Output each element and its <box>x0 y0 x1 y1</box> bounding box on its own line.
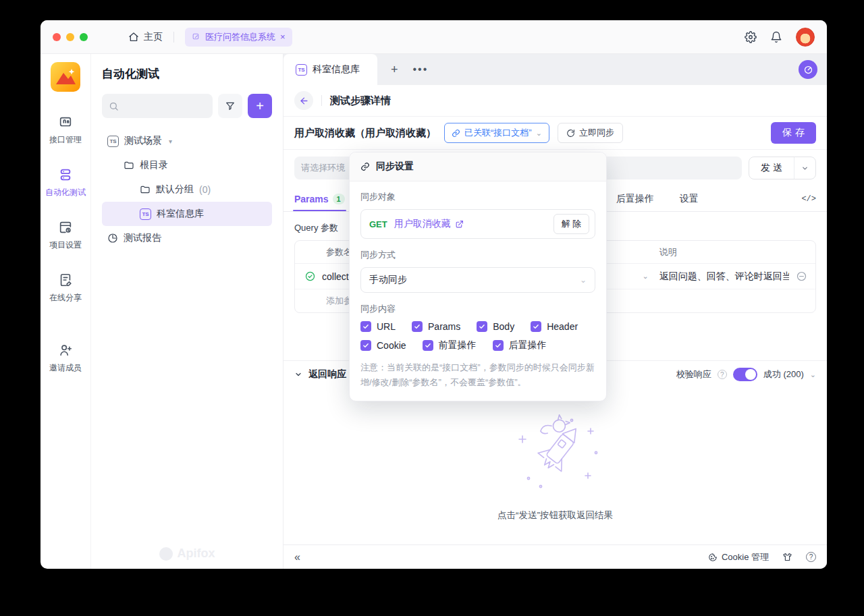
tab-overflow-button[interactable]: ••• <box>413 63 429 76</box>
step-header-row: 用户取消收藏（用户取消收藏） 已关联“接口文档” ⌄ 立即同步 <box>284 117 827 150</box>
project-tab-close-icon[interactable]: × <box>280 32 286 42</box>
search-input[interactable] <box>102 94 213 118</box>
checkbox-pre-actions[interactable]: 前置操作 <box>423 339 477 352</box>
sync-now-button[interactable]: 立即同步 <box>558 123 623 143</box>
project-icon <box>192 32 200 41</box>
sidebar-item-label: 在线分享 <box>49 292 82 304</box>
empty-state-hint: 点击“发送”按钮获取返回结果 <box>497 509 613 522</box>
tree-node-test-report[interactable]: 测试报告 <box>102 226 272 250</box>
checkbox-params[interactable]: Params <box>412 321 460 332</box>
sidebar-item-label: 自动化测试 <box>45 187 86 198</box>
tree-node-department-library[interactable]: TS 科室信息库 <box>102 202 272 226</box>
tree-node-root-dir[interactable]: 根目录 <box>102 153 272 177</box>
ts-scenario-icon: TS <box>296 64 307 76</box>
external-link-icon <box>455 220 464 229</box>
target-api-link[interactable]: 用户取消收藏 <box>394 218 464 230</box>
validate-response-toggle[interactable] <box>733 368 757 381</box>
tab-settings[interactable]: 设置 <box>680 186 699 211</box>
send-options-caret[interactable] <box>794 157 815 179</box>
help-circle-icon[interactable]: ? <box>718 370 727 379</box>
sidebar-item-invite-members[interactable]: 邀请成员 <box>49 343 82 374</box>
response-status-select[interactable]: 成功 (200) <box>763 368 804 381</box>
sidebar-item-online-share[interactable]: 在线分享 <box>49 273 82 304</box>
checkbox-label: Cookie <box>377 340 406 351</box>
tab-department-library[interactable]: TS 科室信息库 <box>284 54 377 85</box>
collapse-panel-icon[interactable]: « <box>294 551 300 563</box>
page-title: 测试步骤详情 <box>330 94 391 107</box>
save-button[interactable]: 保存 <box>771 122 816 144</box>
params-count-badge: 1 <box>333 194 345 204</box>
checkbox-checked-icon <box>360 321 371 332</box>
new-tab-button[interactable]: + <box>391 63 398 77</box>
linked-doc-button[interactable]: 已关联“接口文档” ⌄ <box>444 123 549 143</box>
apifox-logo[interactable] <box>51 62 80 92</box>
filter-button[interactable] <box>218 94 242 118</box>
minimize-window-button[interactable] <box>66 33 74 41</box>
cookie-manager-button[interactable]: Cookie 管理 <box>708 551 769 563</box>
checkbox-label: 后置操作 <box>509 339 547 352</box>
send-button[interactable]: 发送 <box>749 157 816 179</box>
tab-post-actions[interactable]: 后置操作 <box>616 186 654 211</box>
sync-target-row: GET 用户取消收藏 解除 <box>360 209 595 239</box>
app-window: 主页 医疗问答信息系统 × <box>40 20 827 569</box>
apifox-watermark-text: Apifox <box>178 547 215 561</box>
sync-mode-select[interactable]: 手动同步 ⌄ <box>360 267 595 293</box>
back-button[interactable] <box>294 91 313 110</box>
checkbox-body[interactable]: Body <box>477 321 514 332</box>
search-icon <box>109 101 119 111</box>
settings-gear-icon[interactable] <box>745 31 757 43</box>
checkbox-label: Header <box>547 321 578 332</box>
user-avatar[interactable] <box>796 28 815 47</box>
http-method: GET <box>369 219 387 229</box>
checkbox-post-actions[interactable]: 后置操作 <box>493 339 547 352</box>
checkbox-checked-icon <box>493 340 504 351</box>
notifications-bell-icon[interactable] <box>770 31 782 43</box>
collapse-caret-icon[interactable] <box>294 370 302 379</box>
nav-rail: 接口管理 自动化测试 项目设置 <box>40 54 91 569</box>
response-title: 返回响应 <box>308 368 346 381</box>
tree-node-scenarios[interactable]: TS 测试场景 ▾ <box>102 129 272 153</box>
sidebar-item-auto-test[interactable]: 自动化测试 <box>45 167 86 198</box>
chevron-down-icon: ⌄ <box>580 275 587 285</box>
link-icon <box>452 129 460 138</box>
checkbox-label: URL <box>377 321 396 332</box>
popup-note: 注意：当前关联的是“接口文档”，参数同步的时候只会同步新增/修改/删除“参数名”… <box>360 360 595 390</box>
checkbox-label: 前置操作 <box>439 339 477 352</box>
checkbox-cookie[interactable]: Cookie <box>360 339 406 352</box>
chevron-down-icon[interactable]: ⌄ <box>810 370 816 379</box>
folder-icon <box>140 184 151 195</box>
tab-post-label: 后置操作 <box>616 193 654 205</box>
sync-mode-value: 手动同步 <box>369 274 407 286</box>
home-icon <box>128 32 139 43</box>
add-scenario-button[interactable]: + <box>248 94 272 118</box>
apifox-watermark-icon <box>159 547 173 561</box>
close-window-button[interactable] <box>53 33 61 41</box>
send-label[interactable]: 发送 <box>749 157 794 179</box>
tree-node-label: 根目录 <box>140 159 168 171</box>
zoom-window-button[interactable] <box>80 33 88 41</box>
param-desc[interactable]: 返回问题、回答、评论时返回当 <box>659 271 789 283</box>
environment-select[interactable]: 请选择环境 <box>294 157 358 179</box>
home-nav[interactable]: 主页 <box>128 31 163 43</box>
panel-title: 自动化测试 <box>102 66 272 82</box>
remove-param-icon[interactable] <box>796 271 807 282</box>
project-settings-icon <box>58 220 73 235</box>
sidebar-item-api-management[interactable]: 接口管理 <box>49 115 82 146</box>
sidebar-item-label: 接口管理 <box>49 134 82 146</box>
caret-down-icon[interactable]: ▾ <box>169 138 172 145</box>
tab-params[interactable]: Params 1 <box>294 186 345 211</box>
check-circle-icon[interactable] <box>304 271 316 282</box>
checkbox-url[interactable]: URL <box>360 321 396 332</box>
checkbox-header[interactable]: Header <box>531 321 578 332</box>
env-sync-button[interactable] <box>799 60 817 79</box>
unlink-button[interactable]: 解除 <box>554 214 589 234</box>
tshirt-icon[interactable] <box>782 552 792 562</box>
sidebar-item-project-settings[interactable]: 项目设置 <box>49 220 82 251</box>
checkbox-checked-icon <box>412 321 423 332</box>
api-management-icon <box>58 115 73 130</box>
help-icon[interactable]: ? <box>806 552 816 562</box>
tree-node-default-group[interactable]: 默认分组 (0) <box>102 177 272 202</box>
tree-node-label: 测试场景 <box>124 135 162 147</box>
project-tab[interactable]: 医疗问答信息系统 × <box>185 28 292 47</box>
code-view-icon[interactable]: </> <box>801 194 816 204</box>
